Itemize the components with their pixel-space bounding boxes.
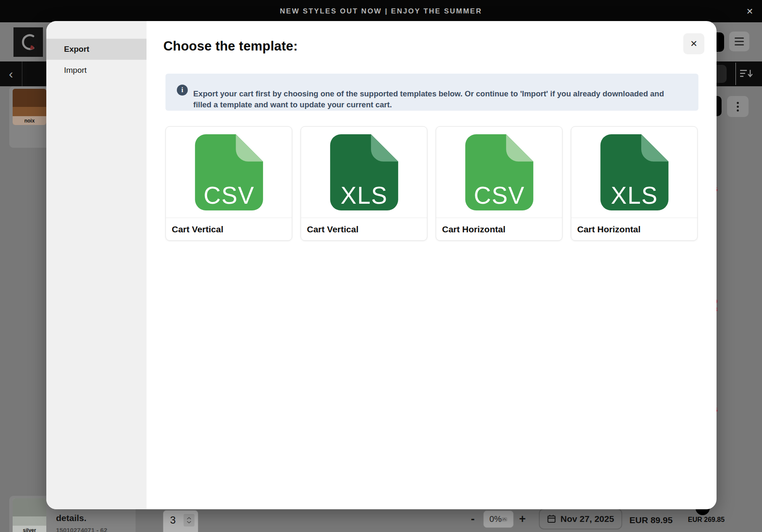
- total-price: EUR 269.85: [688, 516, 725, 524]
- file-icon-wrap: XLS: [571, 127, 697, 218]
- sort-icon: [739, 68, 754, 80]
- template-card[interactable]: CSV Cart Vertical: [165, 126, 292, 241]
- chevron-up-icon: [502, 518, 506, 521]
- modal-close-button[interactable]: ✕: [683, 33, 704, 54]
- color-name-label: silver: [13, 526, 46, 532]
- file-icon-wrap: CSV: [166, 127, 292, 218]
- template-card-label: Cart Horizontal: [436, 218, 562, 234]
- sidebar-item-label: Export: [64, 45, 89, 54]
- modal-sidebar-item[interactable]: Import: [46, 60, 147, 81]
- banner-close-icon[interactable]: ✕: [743, 5, 756, 18]
- template-card-list: CSV Cart Vertical XLS Cart Vertical: [165, 126, 698, 241]
- discount-minus-button[interactable]: -: [466, 510, 479, 528]
- template-card[interactable]: CSV Cart Horizontal: [436, 126, 562, 241]
- details-link[interactable]: details.: [56, 513, 86, 523]
- promo-banner: NEW STYLES OUT NOW | ENJOY THE SUMMER ✕: [0, 0, 762, 22]
- promo-banner-text: NEW STYLES OUT NOW | ENJOY THE SUMMER: [280, 7, 482, 16]
- quantity-stepper[interactable]: [184, 514, 194, 527]
- brand-logo[interactable]: [13, 27, 43, 57]
- file-format-text: XLS: [341, 182, 388, 208]
- color-name-label: noix: [13, 116, 46, 125]
- info-banner-text: Export your cart first by choosing one o…: [193, 88, 677, 110]
- delivery-date-picker[interactable]: Nov 27, 2025: [539, 508, 622, 529]
- template-card-label: Cart Horizontal: [571, 218, 697, 234]
- template-card-label: Cart Vertical: [166, 218, 292, 234]
- file-format-icon: XLS: [600, 134, 669, 210]
- template-card[interactable]: XLS Cart Vertical: [301, 126, 427, 241]
- unit-price: EUR 89.95: [629, 515, 673, 525]
- close-icon: ✕: [690, 39, 698, 49]
- file-format-icon: CSV: [465, 134, 533, 210]
- delivery-date-value: Nov 27, 2025: [560, 514, 614, 524]
- discount-plus-button[interactable]: +: [516, 510, 529, 528]
- toolbar-divider: [22, 61, 22, 86]
- sidebar-item-label: Import: [64, 66, 87, 75]
- file-icon-wrap: XLS: [301, 127, 427, 218]
- more-options-button[interactable]: [727, 96, 749, 117]
- modal-title: Choose the template:: [163, 39, 298, 54]
- modal-sidebar: Export Import: [46, 21, 147, 509]
- sort-button[interactable]: [739, 68, 754, 80]
- product-image: noix: [13, 89, 46, 125]
- file-format-text: XLS: [611, 182, 658, 208]
- quantity-value: 3: [170, 514, 176, 526]
- file-format-text: CSV: [474, 182, 525, 208]
- chevron-up-icon: [187, 517, 192, 520]
- info-icon: i: [177, 85, 188, 96]
- file-icon-wrap: CSV: [436, 127, 562, 218]
- file-format-icon: XLS: [330, 134, 398, 210]
- product-image: silver: [13, 498, 46, 532]
- file-format-text: CSV: [203, 182, 254, 208]
- quantity-input[interactable]: 3: [163, 510, 198, 532]
- export-import-modal: Export Import Choose the template: ✕ i E…: [46, 21, 717, 509]
- chevron-down-icon: [187, 521, 192, 524]
- calendar-icon: [547, 514, 556, 524]
- app-root: NEW STYLES OUT NOW | ENJOY THE SUMMER ✕ …: [0, 0, 762, 532]
- hamburger-icon: [735, 37, 744, 39]
- menu-button[interactable]: [729, 32, 749, 51]
- logo-c-icon: [17, 31, 39, 53]
- back-button[interactable]: ‹: [0, 61, 22, 86]
- product-sku: 15010274071 - 62: [56, 527, 107, 532]
- info-banner: i Export your cart first by choosing one…: [165, 74, 698, 111]
- template-card-label: Cart Vertical: [301, 218, 427, 234]
- template-card[interactable]: XLS Cart Horizontal: [571, 126, 698, 241]
- discount-value: 0%: [490, 514, 502, 524]
- toolbar-divider-2: [735, 63, 736, 85]
- kebab-icon: [737, 102, 739, 104]
- file-format-icon: CSV: [195, 134, 263, 210]
- modal-sidebar-item[interactable]: Export: [46, 39, 147, 60]
- discount-spinner[interactable]: [501, 517, 507, 521]
- discount-input[interactable]: 0%: [483, 511, 514, 528]
- chevron-left-icon: ‹: [9, 67, 13, 81]
